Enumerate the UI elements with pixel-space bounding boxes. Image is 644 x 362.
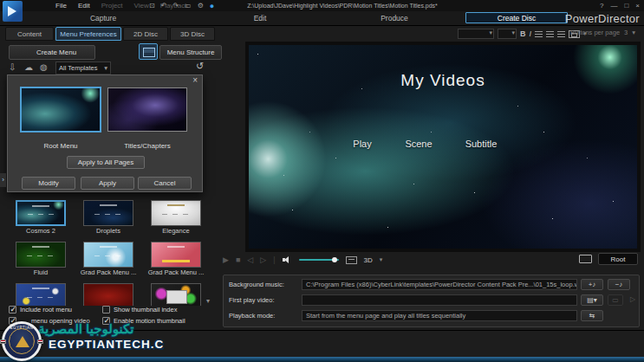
create-menu-button[interactable]: Create Menu [9, 45, 95, 60]
italic-button[interactable]: I [530, 29, 532, 38]
volume-slider[interactable] [299, 259, 339, 261]
display-icon[interactable]: ⊡ [149, 2, 155, 10]
modify-button[interactable]: Modify [22, 177, 75, 190]
previous-icon[interactable]: ◁ [247, 255, 253, 264]
play-icon[interactable]: ▶ [223, 255, 229, 264]
import-template-icon[interactable]: ⇩ [9, 62, 16, 72]
scroll-down-arrow[interactable]: ▾ [206, 297, 210, 305]
template-grid: Cosmos 2 Droplets Elegance Fluid Grad Pa… [7, 198, 210, 306]
apply-to-all-pages-button[interactable]: Apply to All Pages [67, 156, 145, 169]
template-thumbnail[interactable] [16, 242, 66, 268]
tab-menu-preferences[interactable]: Menu Preferences [55, 27, 121, 41]
background-music-field[interactable]: C:\Program Files (x86)\CyberLink\templat… [302, 279, 577, 290]
playback-mode-label: Playback mode: [229, 310, 300, 322]
tab-edit[interactable]: Edit [236, 11, 284, 25]
tab-produce[interactable]: Produce [368, 11, 421, 25]
remove-music-button[interactable]: −♪ [608, 279, 630, 290]
root-button[interactable]: Root [598, 253, 638, 265]
menu-preview[interactable]: My Videos Play Scene Subtitle [249, 45, 637, 249]
template-item[interactable]: Grad Pack Menu ... [142, 240, 210, 281]
template-item[interactable]: Elegance [142, 198, 210, 240]
show-thumbnail-index-checkbox[interactable] [102, 306, 110, 314]
menu-structure-icon[interactable] [139, 43, 158, 60]
menu-file[interactable]: File [55, 2, 67, 10]
font-family-dropdown[interactable]: ▾ [458, 29, 494, 39]
tab-create-disc[interactable]: Create Disc [465, 12, 568, 23]
template-thumbnail[interactable] [83, 242, 133, 268]
select-video-button[interactable]: ▤▾ [581, 294, 603, 306]
redo-icon[interactable]: ↷ [172, 2, 179, 10]
first-play-video-field[interactable] [302, 294, 577, 306]
tab-2d-disc[interactable]: 2D Disc [123, 27, 168, 41]
template-thumbnail[interactable] [151, 242, 201, 268]
template-filter-dropdown[interactable]: All Templates▾ [55, 61, 111, 74]
align-left-icon[interactable] [535, 31, 543, 37]
panel-expand-arrow[interactable]: › [0, 173, 6, 187]
template-thumbnail[interactable] [151, 200, 201, 226]
cloud-icon[interactable]: ☁ [24, 62, 33, 72]
tab-capture[interactable]: Capture [76, 11, 130, 25]
chevron-down-icon: ▾ [489, 29, 492, 36]
apply-button[interactable]: Apply [81, 177, 134, 190]
help-button[interactable]: ? [600, 2, 603, 10]
menu-view: View [134, 2, 149, 10]
menu-structure-button[interactable]: Menu Structure [159, 45, 222, 60]
buttons-per-page-value[interactable]: 3 [624, 29, 628, 36]
titlebar: File Edit Project View Playback ⊡ ↶ ↷ ▭ … [0, 0, 644, 11]
settings-gear-icon[interactable]: ⚙ [198, 2, 204, 10]
template-thumbnail[interactable] [151, 283, 201, 306]
font-size-dropdown[interactable]: ▾ [498, 29, 517, 39]
titles-chapters-thumbnail[interactable] [107, 87, 187, 132]
background-music-label: Background music: [229, 279, 300, 291]
cancel-button[interactable]: Cancel [138, 177, 192, 190]
tab-content[interactable]: Content [5, 27, 54, 41]
template-item[interactable] [142, 281, 210, 306]
menu-button-subtitle[interactable]: Subtitle [465, 139, 498, 149]
tab-3d-disc[interactable]: 3D Disc [170, 27, 215, 41]
enable-motion-thumbnail-checkbox[interactable] [102, 317, 110, 325]
include-root-menu-checkbox[interactable] [9, 306, 16, 314]
menu-button-play[interactable]: Play [353, 139, 371, 149]
close-button[interactable]: × [635, 2, 640, 10]
template-thumbnail[interactable] [16, 200, 66, 226]
restore-button[interactable]: □ [624, 2, 628, 10]
menu-button-scene[interactable]: Scene [405, 139, 432, 149]
chevron-down-icon[interactable]: ▾ [380, 256, 383, 263]
template-item[interactable] [75, 281, 142, 306]
monitor-icon[interactable] [579, 255, 592, 263]
aspect-ratio-icon[interactable]: ▭ [185, 2, 192, 10]
template-item[interactable]: Cosmos 2 [7, 198, 75, 240]
chevron-down-icon: ▾ [104, 62, 107, 74]
next-icon[interactable]: ▷ [260, 255, 266, 264]
align-center-icon[interactable] [546, 31, 554, 37]
speaker-icon[interactable] [283, 255, 292, 264]
directorzone-icon[interactable]: ◍ [40, 62, 48, 72]
menu-title-text[interactable]: My Videos [249, 71, 637, 90]
add-music-button[interactable]: +♪ [581, 279, 603, 290]
template-item[interactable]: Fluid [7, 240, 75, 281]
template-thumbnail[interactable] [83, 283, 133, 306]
bold-button[interactable]: B [520, 29, 526, 38]
template-thumbnail[interactable] [16, 283, 66, 306]
align-right-icon[interactable] [557, 31, 565, 37]
minimize-button[interactable]: — [610, 2, 617, 10]
chevron-down-icon[interactable]: ▾ [632, 29, 635, 36]
template-item[interactable] [7, 281, 75, 306]
snapshot-icon[interactable] [346, 256, 357, 264]
show-thumbnail-index-label: Show thumbnail index [114, 306, 177, 314]
titles-chapters-label: Titles/Chapters [107, 142, 187, 150]
template-item[interactable]: Droplets [75, 198, 142, 240]
3d-mode-label[interactable]: 3D [364, 256, 373, 264]
refresh-icon[interactable]: ↺ [196, 61, 204, 72]
menu-opening-video-checkbox[interactable] [9, 317, 16, 325]
template-name: Grad Pack Menu ... [75, 268, 142, 276]
playback-mode-field[interactable]: Start from the menu page and play all ti… [302, 310, 577, 321]
stop-icon[interactable]: ■ [236, 255, 240, 264]
menu-edit[interactable]: Edit [78, 2, 90, 10]
template-thumbnail[interactable] [83, 200, 133, 226]
root-menu-thumbnail[interactable] [20, 87, 101, 133]
close-icon[interactable]: × [192, 75, 198, 85]
undo-icon[interactable]: ↶ [161, 2, 167, 10]
template-item[interactable]: Grad Pack Menu ... [75, 240, 142, 281]
playback-mode-button[interactable]: ⇆ [581, 310, 603, 321]
